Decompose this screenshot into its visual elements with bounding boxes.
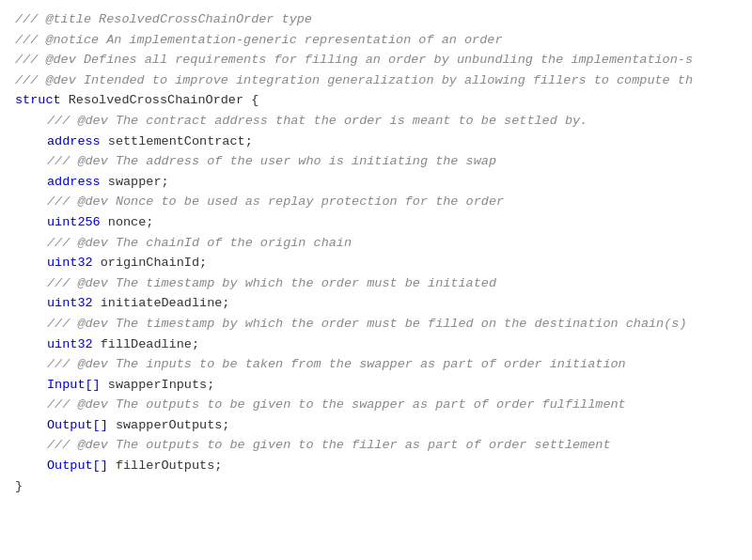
field-name: swapper; — [101, 175, 169, 189]
field-name: originChainId; — [93, 256, 208, 270]
code-line: } — [0, 476, 752, 497]
field-name: fillDeadline; — [93, 337, 199, 351]
code-line: address swapper; — [0, 172, 752, 193]
struct-name: ResolvedCrossChainOrder { — [61, 93, 259, 107]
code-line: Output[] swapperOutputs; — [0, 415, 752, 436]
code-line: Output[] fillerOutputs; — [0, 456, 752, 476]
close-brace: } — [15, 479, 23, 493]
comment-text: /// @dev The outputs to be given to the … — [47, 397, 626, 412]
code-container: /// @title ResolvedCrossChainOrder type/… — [0, 0, 752, 560]
code-line: /// @dev The timestamp by which the orde… — [0, 314, 752, 334]
code-line: Input[] swapperInputs; — [0, 375, 752, 396]
comment-text: /// @dev The timestamp by which the orde… — [47, 276, 496, 290]
comment-text: /// @dev Defines all requirements for fi… — [15, 53, 693, 67]
field-name: swapperOutputs; — [108, 418, 230, 432]
comment-text: /// @dev The chainId of the origin chain — [47, 236, 352, 250]
field-type: uint32 — [47, 256, 93, 270]
field-type: uint256 — [47, 215, 101, 229]
code-line: struct ResolvedCrossChainOrder { — [0, 90, 752, 111]
field-type: address — [47, 175, 101, 189]
field-name: settlementContract; — [101, 134, 253, 148]
code-line: /// @dev Nonce to be used as replay prot… — [0, 192, 752, 212]
field-type: Output[] — [47, 459, 108, 473]
code-line: /// @dev The address of the user who is … — [0, 151, 752, 172]
code-line: uint32 originChainId; — [0, 253, 752, 273]
field-type: Input[] — [47, 378, 101, 392]
code-line: address settlementContract; — [0, 132, 752, 152]
code-line: /// @dev Intended to improve integration… — [0, 70, 752, 91]
field-type: address — [47, 134, 101, 148]
code-line: /// @dev The timestamp by which the orde… — [0, 273, 752, 294]
comment-text: /// @dev The inputs to be taken from the… — [47, 357, 626, 371]
comment-text: /// @dev The contract address that the o… — [47, 114, 588, 128]
comment-text: /// @dev Intended to improve integration… — [15, 73, 693, 87]
field-type: uint32 — [47, 337, 93, 351]
comment-text: /// @dev Nonce to be used as replay prot… — [47, 194, 504, 209]
code-line: /// @dev Defines all requirements for fi… — [0, 50, 752, 70]
field-name: initiateDeadline; — [93, 296, 230, 310]
comment-text: /// @dev The address of the user who is … — [47, 154, 496, 168]
field-name: fillerOutputs; — [108, 459, 223, 473]
code-line: uint32 fillDeadline; — [0, 334, 752, 355]
comment-text: /// @dev The timestamp by which the orde… — [47, 317, 687, 331]
code-line: /// @dev The contract address that the o… — [0, 111, 752, 132]
field-name: nonce; — [101, 215, 154, 229]
code-line: /// @dev The outputs to be given to the … — [0, 435, 752, 456]
comment-text: /// @notice An implementation-generic re… — [15, 33, 502, 47]
keyword-struct: struct — [15, 93, 61, 107]
code-line: /// @notice An implementation-generic re… — [0, 30, 752, 51]
field-name: swapperInputs; — [101, 378, 215, 392]
code-line: /// @title ResolvedCrossChainOrder type — [0, 9, 752, 30]
code-line: uint32 initiateDeadline; — [0, 293, 752, 314]
field-type: Output[] — [47, 418, 108, 432]
code-line: uint256 nonce; — [0, 212, 752, 233]
code-line: /// @dev The chainId of the origin chain — [0, 233, 752, 254]
comment-text: /// @title ResolvedCrossChainOrder type — [15, 12, 312, 26]
code-line: /// @dev The outputs to be given to the … — [0, 395, 752, 415]
code-line: /// @dev The inputs to be taken from the… — [0, 354, 752, 375]
comment-text: /// @dev The outputs to be given to the … — [47, 438, 611, 452]
field-type: uint32 — [47, 296, 93, 310]
